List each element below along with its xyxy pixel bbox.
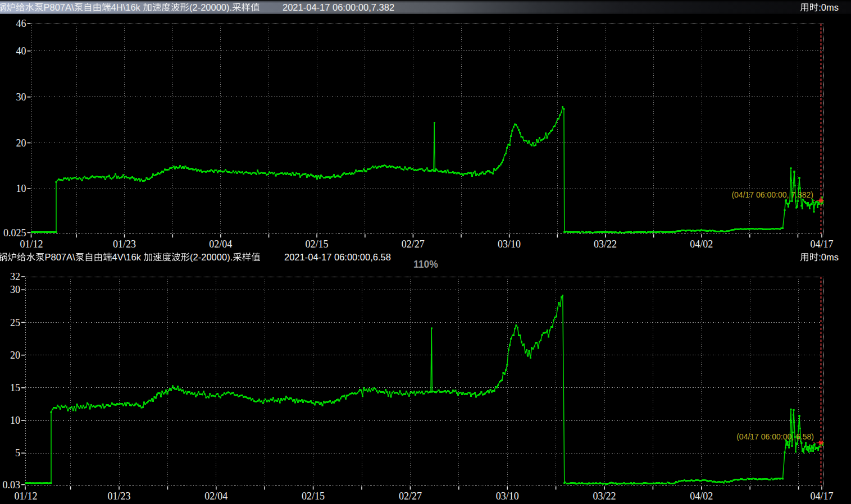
svg-text:0.025: 0.025 — [3, 227, 26, 239]
svg-text:04/17: 04/17 — [810, 239, 833, 250]
svg-text:03/10: 03/10 — [498, 239, 521, 250]
svg-text:03/22: 03/22 — [593, 491, 616, 502]
svg-text:30: 30 — [16, 91, 26, 103]
svg-text:(04/17 06:00:00, 6.58): (04/17 06:00:00, 6.58) — [736, 432, 814, 441]
svg-text:P807A\: P807A\ — [44, 2, 75, 12]
svg-text:110%: 110% — [413, 259, 438, 270]
svg-text:30: 30 — [10, 284, 20, 295]
svg-text:01/12: 01/12 — [20, 239, 43, 250]
svg-text:02/04: 02/04 — [204, 491, 227, 502]
svg-text:02/04: 02/04 — [209, 239, 232, 250]
svg-text:10: 10 — [16, 183, 26, 194]
svg-text:(04/17 06:00:00, 7.382): (04/17 06:00:00, 7.382) — [731, 190, 813, 199]
svg-text:04/17: 04/17 — [810, 491, 833, 502]
svg-text:03/10: 03/10 — [496, 491, 519, 502]
svg-text:03/22: 03/22 — [594, 239, 617, 250]
svg-text:20: 20 — [10, 350, 20, 361]
svg-text:02/27: 02/27 — [399, 491, 422, 502]
svg-text:15: 15 — [10, 382, 20, 393]
svg-text:32: 32 — [10, 271, 20, 282]
svg-text:4H\16k: 4H\16k — [111, 2, 141, 12]
svg-text:04/02: 04/02 — [690, 491, 713, 502]
svg-text:02/15: 02/15 — [305, 239, 328, 250]
svg-text:4V\16k: 4V\16k — [112, 252, 142, 262]
svg-text:20: 20 — [16, 138, 26, 149]
svg-text:46: 46 — [16, 18, 26, 29]
svg-text:P807A\: P807A\ — [45, 252, 76, 262]
svg-text:01/23: 01/23 — [107, 491, 130, 502]
svg-text:10: 10 — [10, 415, 20, 426]
svg-text:(2-20000).: (2-20000). — [190, 252, 233, 262]
svg-text:04/02: 04/02 — [690, 239, 713, 250]
svg-text:02/15: 02/15 — [302, 491, 325, 502]
svg-text:25: 25 — [10, 317, 20, 328]
svg-text:01/23: 01/23 — [113, 239, 136, 250]
svg-text:2021-04-17 06:00:00,6.58: 2021-04-17 06:00:00,6.58 — [284, 252, 391, 262]
svg-text:01/12: 01/12 — [14, 491, 37, 502]
svg-text:0.03: 0.03 — [3, 479, 21, 491]
svg-text:02/27: 02/27 — [402, 239, 425, 250]
svg-text::0ms: :0ms — [818, 252, 839, 262]
svg-text:(2-20000).: (2-20000). — [189, 2, 232, 12]
svg-text:5: 5 — [15, 447, 20, 459]
svg-text::0ms: :0ms — [818, 2, 839, 12]
svg-text:2021-04-17 06:00:00,7.382: 2021-04-17 06:00:00,7.382 — [283, 2, 394, 12]
svg-text:40: 40 — [16, 45, 26, 57]
